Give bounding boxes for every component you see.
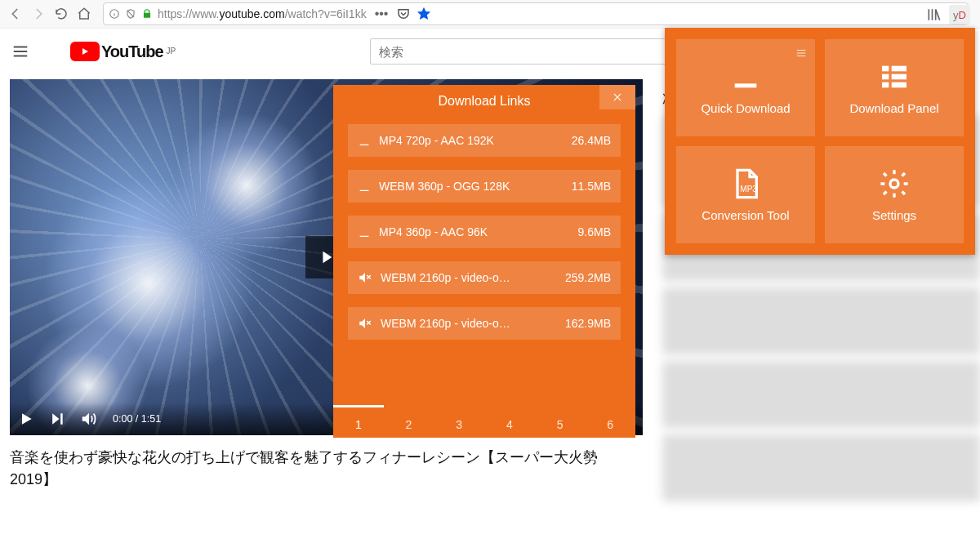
download-item-size: 259.2MB — [565, 271, 611, 284]
download-item-label: WEBM 2160p - video-o… — [381, 317, 557, 330]
download-icon — [358, 134, 371, 147]
no-audio-icon — [358, 316, 372, 331]
download-icon — [358, 180, 371, 193]
pocket-icon[interactable] — [396, 7, 411, 21]
download-item-label: WEBM 2160p - video-o… — [381, 271, 557, 284]
svg-text:MP3: MP3 — [740, 185, 757, 194]
svg-rect-2 — [882, 66, 889, 72]
svg-rect-7 — [892, 82, 906, 88]
download-item-label: WEBM 360p - OGG 128K — [379, 180, 564, 193]
sidebar-thumbnail[interactable] — [662, 434, 980, 501]
svg-rect-4 — [882, 74, 889, 80]
download-tab[interactable]: 5 — [535, 405, 586, 438]
download-item[interactable]: MP4 360p - AAC 96K9.6MB — [348, 216, 621, 248]
download-links-panel: Download Links MP4 720p - AAC 192K26.4MB… — [333, 85, 635, 438]
download-tab[interactable]: 3 — [434, 405, 484, 438]
forward-icon[interactable] — [29, 5, 47, 23]
tile-settings[interactable]: Settings — [825, 146, 964, 243]
reload-icon[interactable] — [52, 5, 70, 23]
lock-icon — [141, 8, 153, 20]
play-button[interactable] — [18, 411, 34, 427]
download-tab[interactable]: 6 — [585, 405, 635, 438]
address-bar[interactable]: https://www.youtube.com/watch?v=6iI1kk •… — [103, 2, 969, 25]
menu-icon[interactable] — [11, 42, 29, 60]
back-icon[interactable] — [7, 5, 24, 23]
download-item-size: 11.5MB — [572, 180, 611, 193]
url-text: https://www.youtube.com/watch?v=6iI1kk — [158, 7, 367, 20]
home-icon[interactable] — [75, 5, 93, 23]
svg-point-9 — [890, 180, 898, 188]
download-tab[interactable]: 2 — [384, 405, 434, 438]
tile-label: Settings — [872, 208, 916, 222]
tile-conversion-tool[interactable]: MP3 Conversion Tool — [676, 146, 815, 243]
youtube-region: JP — [167, 47, 176, 56]
tile-quick-download[interactable]: Quick Download — [676, 39, 815, 136]
download-item-size: 26.4MB — [572, 134, 611, 147]
youtube-logo[interactable]: YouTube JP — [70, 42, 176, 61]
download-item[interactable]: WEBM 360p - OGG 128K11.5MB — [348, 170, 621, 203]
page-actions-icon[interactable]: ••• — [375, 7, 389, 21]
youtube-play-icon — [70, 42, 100, 61]
tile-download-panel[interactable]: Download Panel — [825, 39, 964, 136]
svg-rect-3 — [892, 66, 906, 72]
download-item-label: MP4 360p - AAC 96K — [379, 225, 570, 238]
tile-label: Quick Download — [701, 101, 790, 115]
browser-toolbar: https://www.youtube.com/watch?v=6iI1kk •… — [0, 0, 980, 28]
download-item-size: 162.9MB — [565, 317, 611, 330]
volume-button[interactable] — [80, 410, 98, 428]
library-icon[interactable] — [926, 7, 942, 23]
extension-popup: Quick Download Download Panel MP3 Conver… — [665, 28, 975, 255]
sidebar-thumbnail[interactable] — [662, 287, 980, 354]
svg-rect-6 — [882, 82, 889, 88]
shield-icon — [125, 8, 136, 20]
download-links-title: Download Links — [439, 94, 531, 109]
download-icon — [729, 60, 762, 93]
download-item-label: MP4 720p - AAC 192K — [379, 134, 564, 147]
download-tab[interactable]: 4 — [484, 405, 535, 438]
download-item[interactable]: MP4 720p - AAC 192K26.4MB — [348, 124, 621, 157]
download-item[interactable]: WEBM 2160p - video-o…162.9MB — [348, 307, 621, 340]
tile-label: Download Panel — [849, 101, 938, 115]
close-button[interactable] — [599, 85, 635, 109]
download-item[interactable]: WEBM 2160p - video-o…259.2MB — [348, 261, 621, 294]
list-icon — [878, 60, 911, 93]
close-icon — [612, 91, 623, 103]
info-icon — [109, 8, 120, 20]
gear-icon — [878, 167, 911, 200]
bookmark-star-icon[interactable] — [416, 6, 432, 22]
no-audio-icon — [358, 270, 372, 285]
svg-rect-5 — [892, 74, 906, 80]
video-title: 音楽を使わず豪快な花火の打ち上げで観客を魅了するフィナーレシーン【スーパー大火勢… — [10, 447, 639, 491]
mp3-file-icon: MP3 — [729, 167, 762, 200]
next-button[interactable] — [49, 411, 65, 427]
download-tab[interactable]: 1 — [333, 405, 384, 438]
menu-mini-icon — [795, 47, 807, 59]
sidebar-thumbnail[interactable] — [662, 361, 980, 428]
tile-label: Conversion Tool — [702, 208, 789, 222]
youtube-word: YouTube — [101, 42, 163, 61]
time-display: 0:00 / 1:51 — [113, 413, 161, 425]
download-item-size: 9.6MB — [578, 225, 611, 238]
download-icon — [358, 225, 371, 238]
